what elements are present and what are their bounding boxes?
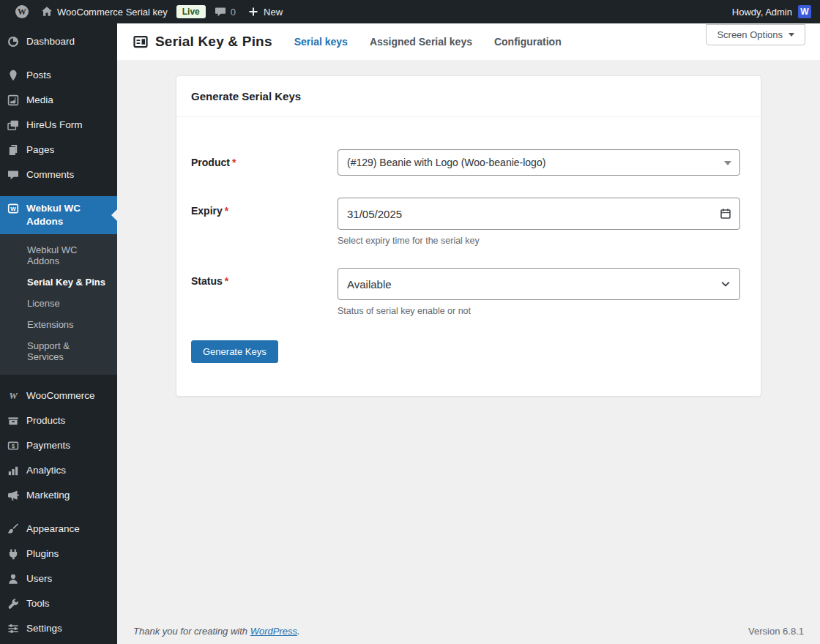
product-select[interactable]: (#129) Beanie with Logo (Woo-beanie-logo… [338,149,740,176]
sidebar-item-marketing[interactable]: Marketing [0,483,117,508]
admin-bar: WooCommerce Serial key Live 0 New Howdy,… [0,0,820,23]
comment-count: 0 [231,7,236,18]
sidebar-item-analytics[interactable]: Analytics [0,458,117,483]
webkul-icon [7,202,19,214]
status-select-value: Available [347,278,392,291]
webkul-submenu: Webkul WC Addons Serial Key & Pins Licen… [0,234,117,375]
sidebar-item-label: Users [26,572,52,585]
wordpress-logo-icon[interactable] [9,0,35,23]
product-select-value: (#129) Beanie with Logo (Woo-beanie-logo… [347,157,545,168]
sidebar-item-dashboard[interactable]: Dashboard [0,29,117,54]
generate-keys-button[interactable]: Generate Keys [191,340,278,363]
dropdown-triangle-icon [724,161,731,169]
woocommerce-icon [7,389,19,402]
plus-icon [247,6,259,18]
sidebar-item-comments[interactable]: Comments [0,162,117,187]
content-area: Serial Key & Pins Serial keys Assigned S… [117,23,820,644]
status-label: Status* [191,268,338,316]
new-content-button[interactable]: New [242,0,288,23]
caret-down-icon [789,33,794,40]
sidebar-item-tools[interactable]: Tools [0,591,117,616]
sidebar-item-label: Pages [26,143,54,157]
admin-footer: Thank you for creating with WordPress. V… [117,626,820,637]
sidebar-item-label: Appearance [26,523,80,536]
expiry-label: Expiry* [191,198,338,246]
comment-icon [7,168,19,181]
tab-serial-keys[interactable]: Serial keys [294,36,348,48]
product-label: Product* [191,149,338,176]
sidebar-item-products[interactable]: Products [0,408,117,433]
required-asterisk: * [232,157,236,168]
sidebar-item-media[interactable]: Media [0,88,117,113]
status-row: Status* Available Status of serial key e… [191,268,746,316]
sidebar-item-webkul-wc-addons[interactable]: Webkul WC Addons [0,196,117,234]
appearance-icon [7,523,19,535]
sidebar-item-appearance[interactable]: Appearance [0,517,117,542]
new-label: New [264,7,283,18]
calendar-icon[interactable] [720,208,731,220]
comments-shortcut[interactable]: 0 [209,0,242,23]
page-header: Serial Key & Pins Serial keys Assigned S… [117,23,820,60]
status-help-text: Status of serial key enable or not [338,306,740,316]
sidebar-item-users[interactable]: Users [0,566,117,591]
submenu-item-serial-key-pins[interactable]: Serial Key & Pins [0,272,117,293]
footer-thanks: Thank you for creating with WordPress. [133,626,300,637]
product-row: Product* (#129) Beanie with Logo (Woo-be… [191,149,746,176]
tab-configuration[interactable]: Configuration [494,36,562,48]
sidebar-item-label: Settings [26,622,62,635]
sidebar-item-hireus-form[interactable]: HireUs Form [0,113,117,138]
settings-icon [7,622,19,634]
sidebar-item-woocommerce[interactable]: WooCommerce [0,383,117,408]
screen-options-button[interactable]: Screen Options [706,24,805,45]
sidebar-item-plugins[interactable]: Plugins [0,542,117,566]
submenu-item-support-services[interactable]: Support & Services [0,335,117,367]
site-name-link[interactable]: WooCommerce Serial key [35,0,174,23]
site-name: WooCommerce Serial key [57,7,168,18]
expiry-row: Expiry* Select expiry time for the seria… [191,198,746,246]
card-title: Generate Serial Keys [191,90,301,102]
sidebar-item-label: WooCommerce [26,389,95,402]
status-select[interactable]: Available [338,268,740,300]
sidebar-item-label: Dashboard [26,35,75,48]
sidebar-item-settings[interactable]: Settings [0,616,117,641]
sidebar-item-label: Webkul WC Addons [26,202,111,228]
products-icon [7,414,19,427]
page-title: Serial Key & Pins [155,34,272,50]
generate-form: Product* (#129) Beanie with Logo (Woo-be… [176,117,761,396]
dashboard-icon [7,35,19,48]
admin-sidebar: Dashboard Posts Media HireUs Form Pages … [0,23,117,644]
payments-icon [7,439,19,452]
submenu-item-webkul-wc-addons[interactable]: Webkul WC Addons [0,239,117,272]
sidebar-item-label: Media [26,94,53,107]
submenu-item-extensions[interactable]: Extensions [0,314,117,335]
pages-icon [7,143,19,156]
sidebar-item-label: Plugins [26,547,59,561]
sidebar-item-label: Comments [26,168,74,181]
required-asterisk: * [225,205,228,217]
sidebar-item-label: Tools [26,597,50,610]
howdy-text[interactable]: Howdy, Admin [732,7,792,18]
tools-icon [7,597,19,610]
avatar[interactable]: W [798,5,811,18]
live-badge: Live [176,5,206,18]
expiry-help-text: Select expiry time for the serial key [338,236,740,246]
sidebar-item-label: Posts [26,69,51,82]
sidebar-item-pages[interactable]: Pages [0,138,117,162]
sidebar-item-label: HireUs Form [26,119,83,132]
tab-assigned-serial-keys[interactable]: Assigned Serial keys [370,36,472,48]
expiry-date-input[interactable] [338,198,740,230]
sidebar-item-payments[interactable]: Payments [0,433,117,458]
plugins-icon [7,547,19,560]
serial-key-icon [133,34,148,49]
users-icon [7,572,19,585]
submenu-item-license[interactable]: License [0,293,117,314]
sidebar-item-label: Analytics [26,464,66,477]
marketing-icon [7,489,19,501]
media-icon [7,94,19,106]
wordpress-link[interactable]: WordPress [250,626,297,637]
home-icon [41,6,53,18]
sidebar-item-posts[interactable]: Posts [0,63,117,88]
sidebar-item-label: Marketing [26,489,70,502]
required-asterisk: * [225,275,228,287]
sidebar-item-label: Products [26,414,65,427]
